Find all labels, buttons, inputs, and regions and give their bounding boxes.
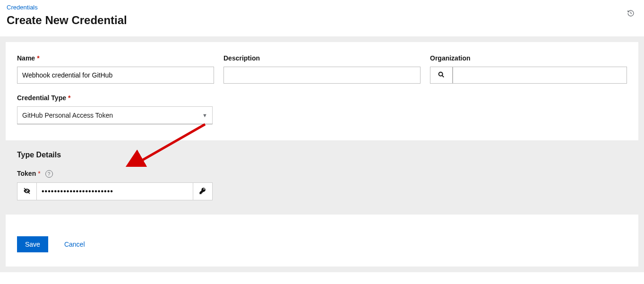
page-title: Create New Credential xyxy=(7,14,637,27)
cancel-button[interactable]: Cancel xyxy=(64,241,85,248)
organization-label: Organization xyxy=(430,54,627,62)
token-field: Token* ? xyxy=(17,170,627,200)
col-organization: Organization xyxy=(430,54,627,124)
token-input[interactable] xyxy=(37,182,193,200)
eye-slash-icon xyxy=(23,187,31,196)
token-label: Token* ? xyxy=(17,170,627,178)
breadcrumb: Credentials xyxy=(7,4,637,11)
page-header: Credentials Create New Credential xyxy=(0,0,644,36)
required-asterisk: * xyxy=(68,94,70,102)
credential-type-label: Credential Type* xyxy=(17,94,214,102)
credential-type-value: GitHub Personal Access Token xyxy=(22,112,113,119)
save-button[interactable]: Save xyxy=(17,236,48,252)
description-input[interactable] xyxy=(223,67,421,84)
token-key-button[interactable] xyxy=(193,182,213,200)
key-icon xyxy=(199,187,206,196)
token-input-group xyxy=(17,182,213,200)
form-footer: Save Cancel xyxy=(6,215,638,267)
toggle-visibility-button[interactable] xyxy=(17,182,37,200)
organization-input[interactable] xyxy=(453,67,627,84)
credential-type-select[interactable]: GitHub Personal Access Token ▼ xyxy=(17,106,213,124)
required-asterisk: * xyxy=(37,54,39,62)
name-input[interactable] xyxy=(17,67,214,84)
form-card: Name* Credential Type* GitHub Personal A… xyxy=(6,42,638,267)
svg-point-0 xyxy=(439,72,443,76)
organization-group xyxy=(430,67,627,84)
name-label: Name* xyxy=(17,54,214,62)
description-label: Description xyxy=(223,54,421,62)
type-details-title: Type Details xyxy=(17,151,627,159)
organization-lookup-button[interactable] xyxy=(430,67,453,84)
breadcrumb-credentials-link[interactable]: Credentials xyxy=(7,4,38,11)
help-icon[interactable]: ? xyxy=(45,170,53,178)
col-name: Name* Credential Type* GitHub Personal A… xyxy=(17,54,214,124)
credential-type-row: Credential Type* GitHub Personal Access … xyxy=(17,94,214,124)
caret-down-icon: ▼ xyxy=(202,112,207,118)
required-asterisk: * xyxy=(38,170,40,177)
form-main: Name* Credential Type* GitHub Personal A… xyxy=(6,42,638,140)
col-description: Description xyxy=(223,54,421,124)
content-wrap: Name* Credential Type* GitHub Personal A… xyxy=(0,36,644,272)
search-icon xyxy=(438,71,445,80)
history-icon[interactable] xyxy=(627,9,635,18)
svg-line-1 xyxy=(442,75,444,77)
type-details-section: Type Details Token* ? xyxy=(6,140,638,215)
